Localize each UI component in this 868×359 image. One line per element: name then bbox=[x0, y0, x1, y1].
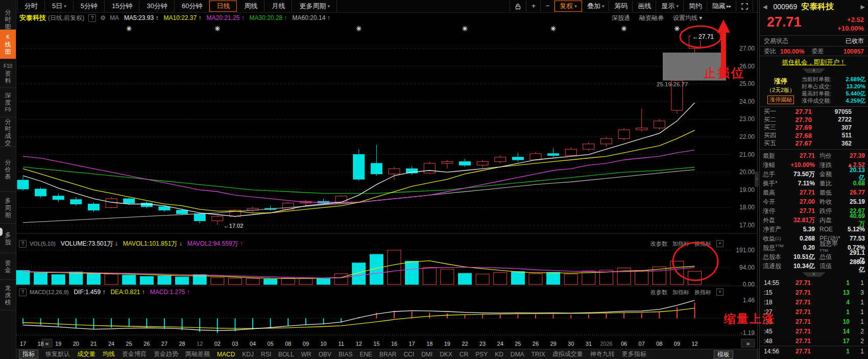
fullscreen-button[interactable] bbox=[736, 1, 753, 12]
template-button[interactable]: 模板 bbox=[714, 350, 733, 359]
period-button-15分钟[interactable]: 15分钟 bbox=[105, 1, 139, 12]
indicator-虚拟成交量[interactable]: 虚拟成交量 bbox=[552, 350, 583, 358]
link-加指标[interactable]: 加指标 bbox=[672, 240, 689, 248]
indicator-恢复默认[interactable]: 恢复默认 bbox=[45, 350, 70, 358]
zoom-out-button[interactable]: − bbox=[541, 1, 555, 12]
period-button-5分钟[interactable]: 5分钟 bbox=[74, 1, 105, 12]
indicator-OBV[interactable]: OBV bbox=[319, 351, 331, 358]
link-加指标[interactable]: 加指标 bbox=[672, 289, 689, 296]
indicator-更多指标[interactable]: 更多指标 bbox=[622, 350, 646, 358]
indicator-两融差额[interactable]: 两融差额 bbox=[185, 350, 210, 358]
collapse-tab-2[interactable]: ∧ bbox=[802, 272, 826, 277]
tick-row[interactable]: :1527.71133 bbox=[760, 288, 868, 297]
period-button-5日[interactable]: 5日▾ bbox=[45, 1, 74, 12]
indicator-BIAS[interactable]: BIAS bbox=[339, 351, 352, 358]
link-换指标[interactable]: 换指标 bbox=[694, 240, 711, 248]
gear-icon[interactable]: ⚙ bbox=[100, 14, 106, 21]
period-button-更多周期[interactable]: 更多周期▾ bbox=[292, 1, 337, 12]
period-button-日线[interactable]: 日线 bbox=[209, 1, 237, 12]
sidebar-item-5[interactable]: 分时成交 bbox=[0, 117, 16, 147]
period-button-周线[interactable]: 周线 bbox=[237, 1, 264, 12]
chevron-down-icon: ▾ bbox=[676, 1, 679, 12]
indicator-神奇九转[interactable]: 神奇九转 bbox=[590, 350, 615, 358]
sidebar-item-10[interactable]: 龙虎榜 bbox=[0, 280, 16, 310]
tick-row[interactable]: 14:5627.7111 bbox=[760, 346, 868, 356]
simple-button[interactable]: 简约 bbox=[684, 1, 707, 12]
tick-row[interactable]: :2727.7111 bbox=[760, 307, 868, 317]
display-button[interactable]: 显示▾ bbox=[656, 1, 684, 12]
indicator-TRIX[interactable]: TRIX bbox=[532, 351, 545, 358]
link-换指标[interactable]: 换指标 bbox=[694, 289, 711, 296]
sidebar-collapse-handle[interactable] bbox=[0, 228, 3, 236]
link-深股通[interactable]: 深股通 bbox=[612, 14, 630, 22]
tick-row[interactable]: :4527.71142 bbox=[760, 326, 868, 336]
close-icon[interactable]: × bbox=[716, 289, 724, 296]
limit-up-reveal-button[interactable]: 涨停揭秘 bbox=[767, 95, 794, 104]
help-icon[interactable]: ? bbox=[19, 240, 27, 248]
indicator-ENE[interactable]: ENE bbox=[359, 351, 372, 358]
indicator-DKX[interactable]: DKX bbox=[440, 351, 452, 358]
drawline-button[interactable]: 画线 bbox=[633, 1, 656, 12]
bid-row[interactable]: 买三27.69307 bbox=[760, 124, 868, 132]
sidebar-item-8[interactable]: 多股 bbox=[0, 224, 16, 253]
sidebar-item-text: 虎 bbox=[5, 292, 11, 299]
help-icon[interactable]: ? bbox=[88, 14, 96, 22]
indicator-资金趋势[interactable]: 资金趋势 bbox=[154, 350, 178, 358]
tick-row[interactable]: 14:5527.7111 bbox=[760, 278, 868, 288]
indicator-DMI[interactable]: DMI bbox=[421, 351, 432, 358]
link-改参数[interactable]: 改参数 bbox=[650, 289, 667, 296]
indicator-KD[interactable]: KD bbox=[495, 351, 503, 358]
tick-row[interactable]: :1827.7141 bbox=[760, 297, 868, 307]
overlay-button[interactable]: 叠加▾ bbox=[582, 1, 610, 12]
indicator-CCI[interactable]: CCI bbox=[403, 351, 414, 358]
chips-button[interactable]: 筹码 bbox=[609, 1, 633, 12]
hide-button[interactable]: 隐藏▸▸ bbox=[707, 1, 736, 12]
prev-stock-icon[interactable]: ◀ bbox=[763, 4, 767, 10]
sidebar-item-3[interactable]: F10资料 bbox=[0, 59, 16, 88]
sidebar-item-6[interactable]: 分价表 bbox=[0, 147, 16, 192]
indicator-KDJ[interactable]: KDJ bbox=[242, 351, 254, 358]
indicator-成交量[interactable]: 成交量 bbox=[77, 350, 95, 358]
open-account-link[interactable]: 抓住机会，即刻开户！ bbox=[760, 57, 868, 68]
indicator-MACD[interactable]: MACD bbox=[217, 351, 235, 358]
indicator-DMA[interactable]: DMA bbox=[511, 351, 524, 358]
panel-collapse-handle[interactable]: ‹ bbox=[755, 172, 759, 187]
zoom-in-button[interactable]: + bbox=[526, 1, 541, 12]
indicator-WR[interactable]: WR bbox=[301, 351, 311, 358]
bid-row[interactable]: 买一27.7197055 bbox=[760, 108, 868, 116]
link-设置均线[interactable]: 设置均线 ▾ bbox=[673, 14, 702, 22]
stat-row: 最高27.71最低26.77 bbox=[760, 188, 868, 197]
close-icon[interactable]: × bbox=[716, 240, 724, 247]
link-改参数[interactable]: 改参数 bbox=[650, 240, 667, 248]
fuquan-button[interactable]: 复权▾ bbox=[554, 1, 582, 12]
sidebar-item-2[interactable]: K线图 bbox=[0, 30, 16, 59]
indicator-PSY[interactable]: PSY bbox=[475, 351, 488, 358]
period-button-分时[interactable]: 分时 bbox=[17, 1, 45, 12]
link-融资融券[interactable]: 融资融券 bbox=[639, 14, 664, 22]
kline-chart-canvas[interactable]: 27.0026.0025.0024.0023.0022.0021.0020.00… bbox=[0, 0, 868, 359]
next-stock-icon[interactable]: ▶ bbox=[861, 4, 865, 10]
indicator-CR[interactable]: CR bbox=[460, 351, 468, 358]
sidebar-item-9[interactable]: 资金 bbox=[0, 253, 16, 280]
period-button-月线[interactable]: 月线 bbox=[264, 1, 292, 12]
bid-row[interactable]: 买二27.702722 bbox=[760, 116, 868, 124]
tick-row[interactable]: :4827.71172 bbox=[760, 336, 868, 346]
indicator-BRAR[interactable]: BRAR bbox=[379, 351, 396, 358]
tick-row[interactable]: :3627.71101 bbox=[760, 317, 868, 326]
sidebar-item-7[interactable]: 多周期 bbox=[0, 192, 16, 224]
sidebar-item-1[interactable]: 分时图 bbox=[0, 9, 16, 30]
unlock-button[interactable] bbox=[510, 1, 526, 12]
bid-label: 买三 bbox=[764, 123, 780, 132]
indicator-menu-button[interactable]: 指标 bbox=[19, 350, 38, 358]
period-button-30分钟[interactable]: 30分钟 bbox=[139, 1, 174, 12]
indicator-均线[interactable]: 均线 bbox=[103, 350, 115, 358]
sidebar-item-4[interactable]: 深度F9 bbox=[0, 88, 16, 117]
bid-row[interactable]: 买四27.68511 bbox=[760, 132, 868, 140]
collapse-tab[interactable]: ∧ bbox=[802, 68, 826, 73]
indicator-资金博弈[interactable]: 资金博弈 bbox=[122, 350, 147, 358]
indicator-RSI[interactable]: RSI bbox=[261, 351, 271, 358]
indicator-BOLL[interactable]: BOLL bbox=[278, 351, 294, 358]
period-button-60分钟[interactable]: 60分钟 bbox=[175, 1, 209, 12]
bid-row[interactable]: 买五27.67362 bbox=[760, 139, 868, 148]
help-icon[interactable]: ? bbox=[19, 289, 27, 296]
